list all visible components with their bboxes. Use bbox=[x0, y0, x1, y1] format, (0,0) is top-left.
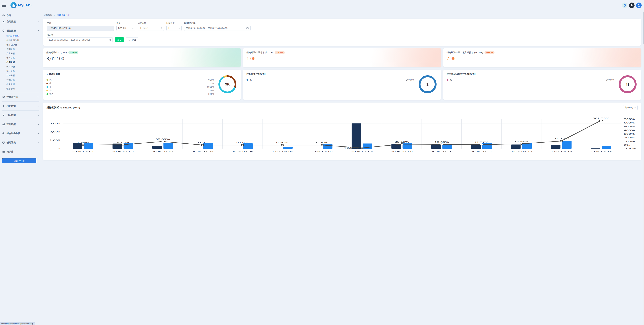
sidebar-item[interactable]: 车间数据 bbox=[0, 121, 42, 127]
period-type-select[interactable]: 日 bbox=[166, 26, 182, 31]
base-period-input[interactable]: 2025-02-01 00:00:00 ~ 2025-02-14 08:04:3… bbox=[184, 26, 250, 31]
sidebar-subitem[interactable]: 成本分析 bbox=[0, 47, 42, 51]
folder-icon bbox=[2, 150, 5, 153]
submit-button[interactable]: 提交 bbox=[115, 37, 124, 42]
sidebar-subitem-label: 设备台账 bbox=[6, 87, 15, 90]
sidebar-subitem[interactable]: 产出分析 bbox=[0, 51, 42, 56]
bar-base[interactable] bbox=[112, 144, 122, 149]
kpi-change-badge: ↑18.62% bbox=[68, 51, 78, 54]
gears-icon bbox=[2, 132, 5, 135]
sidebar-subitem[interactable]: 设备台账 bbox=[0, 86, 42, 91]
sidebar-divider bbox=[2, 110, 39, 111]
legend-label: 峰 bbox=[50, 82, 52, 85]
sidebar-subitem[interactable]: 计划分析 bbox=[0, 78, 42, 82]
reporting-period-input[interactable]: 2025-03-01 00:00:00 ~ 2025-03-14 08:04:3… bbox=[47, 37, 113, 42]
external-link-icon bbox=[128, 39, 130, 41]
x-axis-label: 2025-03-06 bbox=[271, 151, 293, 153]
myems-logo-icon bbox=[10, 2, 16, 8]
donut-card-title: 分时消耗电量 bbox=[46, 73, 214, 76]
space-input[interactable]: 一度城/公用动力/制冷站 bbox=[47, 26, 114, 31]
x-axis-label: 2025-03-02 bbox=[112, 151, 134, 153]
comparison-type-label: 比较类型 bbox=[138, 22, 164, 25]
sidebar-subitem[interactable]: 负荷分析 bbox=[0, 64, 42, 69]
space-label: 空间 bbox=[47, 22, 114, 25]
sidebar-subitem-label: 批量分析 bbox=[6, 83, 15, 86]
line-value-label: 1.66% bbox=[77, 142, 89, 144]
sidebar-subitem-label: 统计分析 bbox=[6, 70, 15, 73]
legend-dot-icon bbox=[46, 90, 48, 92]
line-marker[interactable] bbox=[201, 144, 204, 146]
bar-report[interactable] bbox=[203, 143, 213, 149]
breadcrumb-parent[interactable]: 设备数据 bbox=[44, 14, 52, 16]
kpi-value: 8,612.00 bbox=[46, 56, 237, 61]
bag-icon bbox=[2, 114, 5, 116]
donut-card: 吨标准煤(TCE)占比 电 100.00% 1 bbox=[243, 70, 322, 100]
hamburger-menu-icon[interactable] bbox=[2, 4, 6, 7]
sidebar-item[interactable]: 空间数据 bbox=[0, 18, 42, 25]
sidebar-subitem[interactable]: 能耗分项分析 bbox=[0, 38, 42, 42]
bar-report[interactable] bbox=[163, 143, 173, 149]
chevron-down-icon bbox=[38, 114, 39, 116]
chevron-down-icon bbox=[38, 132, 39, 134]
left-axis-tick: 0 bbox=[58, 148, 60, 150]
sidebar-item[interactable]: 计量表数据 bbox=[0, 94, 42, 100]
bar-report[interactable] bbox=[283, 147, 292, 149]
sidebar-subitem-label: 能耗分项分析 bbox=[6, 39, 19, 42]
bar-base[interactable] bbox=[152, 146, 162, 149]
line-marker[interactable] bbox=[82, 144, 84, 146]
sidebar-item[interactable]: 租户数据 bbox=[0, 103, 42, 109]
bar-base[interactable] bbox=[73, 143, 82, 149]
sidebar-item[interactable]: 组合设备数据 bbox=[0, 130, 42, 136]
sidebar-subitem[interactable]: 批量分析 bbox=[0, 82, 42, 86]
sidebar-subitem[interactable]: 节能分析 bbox=[0, 73, 42, 78]
line-value-label: 95.89% bbox=[156, 138, 170, 140]
sidebar-item-label: 车间数据 bbox=[6, 123, 16, 126]
sidebar-subitem[interactable]: 统计分析 bbox=[0, 69, 42, 73]
donut-card: 分时消耗电量 尖 0.00% 峰 31.51% 平 60.95% 谷 7.54%… bbox=[43, 70, 241, 100]
sidebar-subitem[interactable]: 能耗分类分析 bbox=[0, 34, 42, 38]
brand-logo[interactable]: MyEMS bbox=[10, 2, 32, 8]
sidebar-item[interactable]: 知识库 bbox=[0, 148, 42, 155]
line-marker[interactable] bbox=[241, 144, 244, 146]
sidebar-subitem[interactable]: 效率分析 bbox=[0, 60, 42, 64]
legend-row[interactable]: 峰 31.51% bbox=[46, 82, 214, 85]
donut-chart[interactable]: 9K bbox=[218, 75, 236, 93]
line-marker[interactable] bbox=[121, 144, 124, 146]
legend-dot-icon bbox=[46, 93, 48, 95]
sidebar-subitem[interactable]: 收入分析 bbox=[0, 56, 42, 60]
legend-row[interactable]: 深谷 0.00% bbox=[46, 92, 214, 96]
sidebar-item-label: 总览 bbox=[6, 14, 11, 17]
bar-report[interactable] bbox=[243, 144, 253, 149]
kpi-change-badge: ↑18.62% bbox=[275, 51, 285, 54]
line-marker[interactable] bbox=[281, 144, 284, 146]
bar-report[interactable] bbox=[84, 143, 94, 149]
equipment-select[interactable]: 制冷主机 bbox=[116, 26, 135, 31]
comparison-type-select[interactable]: 上月环比 bbox=[138, 26, 164, 31]
factory-icon bbox=[2, 123, 5, 126]
x-axis-label: 2025-03-04 bbox=[192, 151, 214, 153]
export-button[interactable]: 导出 bbox=[126, 37, 138, 42]
sidebar-divider bbox=[2, 138, 39, 138]
legend-row[interactable]: 电 100.00% bbox=[246, 78, 322, 82]
legend-label: 电 bbox=[250, 78, 252, 81]
legend-row[interactable]: 尖 0.00% bbox=[46, 78, 214, 82]
line-marker[interactable] bbox=[321, 144, 322, 146]
donut-legend: 尖 0.00% 峰 31.51% 平 60.95% 谷 7.54% 深谷 0.0… bbox=[46, 78, 214, 96]
bar-line-chart[interactable]: 1.66%9.17%95.89%0.00%0.00%0.00%0.00%-79.… bbox=[46, 111, 322, 154]
chevron-down-icon bbox=[38, 123, 39, 125]
chevron-down-icon bbox=[38, 105, 39, 107]
sidebar-item[interactable]: 辅助系统 bbox=[0, 139, 42, 146]
sidebar-item[interactable]: 设备数据 bbox=[0, 28, 42, 34]
buy-enterprise-button[interactable]: 采购企业版 bbox=[2, 158, 36, 162]
breadcrumb-current[interactable]: 能耗分类分析 bbox=[57, 14, 70, 16]
sort-arrows-icon bbox=[161, 27, 162, 29]
sidebar-item[interactable]: 总览 bbox=[0, 12, 42, 18]
line-marker[interactable] bbox=[161, 141, 164, 142]
sidebar-item[interactable]: 门店数据 bbox=[0, 112, 42, 118]
legend-dot-icon bbox=[246, 79, 248, 81]
kpi-value: 1.06 bbox=[246, 56, 322, 61]
legend-row[interactable]: 谷 7.54% bbox=[46, 89, 214, 92]
legend-row[interactable]: 平 60.95% bbox=[46, 85, 214, 89]
calendar-icon bbox=[246, 27, 249, 30]
sidebar-subitem[interactable]: 碳排放分析 bbox=[0, 42, 42, 47]
